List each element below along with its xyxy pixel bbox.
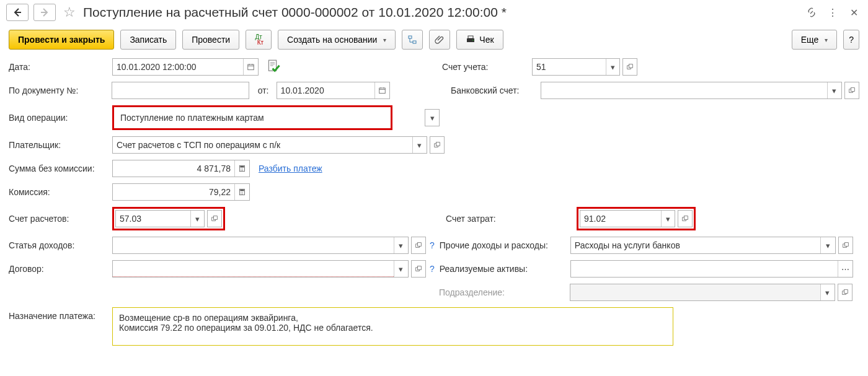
- income-open-button[interactable]: [411, 237, 426, 254]
- more-button[interactable]: Еще▾: [792, 30, 838, 50]
- account-input[interactable]: [533, 59, 606, 75]
- optype-highlight: [112, 105, 392, 130]
- optype-input[interactable]: [115, 108, 389, 127]
- acct-settle-highlight: ▾: [112, 207, 225, 230]
- income-hint-button[interactable]: ?: [430, 240, 435, 250]
- other-input[interactable]: [571, 237, 821, 253]
- cost-acct-open-button[interactable]: [678, 210, 693, 227]
- docdate-label: от:: [258, 85, 277, 95]
- structure-button[interactable]: [402, 30, 423, 50]
- optype-dropdown-button[interactable]: ▾: [425, 110, 439, 126]
- date-calendar-button[interactable]: [243, 59, 258, 75]
- account-dropdown-button[interactable]: ▾: [606, 59, 619, 75]
- svg-point-18: [241, 170, 241, 171]
- contract-hint-button[interactable]: ?: [430, 264, 435, 274]
- link-icon[interactable]: [804, 4, 820, 20]
- back-button[interactable]: [6, 4, 29, 21]
- ellipsis-icon: ⋯: [841, 265, 849, 274]
- cost-acct-label: Счет затрат:: [446, 214, 577, 224]
- date-label: Дата:: [9, 62, 112, 72]
- help-button[interactable]: ?: [843, 30, 859, 50]
- split-payment-link[interactable]: Разбить платеж: [259, 164, 322, 173]
- purpose-textarea[interactable]: Возмещение ср-в по операциям эквайринга,…: [112, 307, 673, 346]
- open-icon: [211, 216, 218, 222]
- open-icon: [434, 142, 440, 148]
- dept-open-button[interactable]: [838, 284, 852, 301]
- date-input[interactable]: [113, 59, 243, 75]
- sum-input[interactable]: [113, 160, 234, 177]
- attachment-button[interactable]: [429, 30, 450, 50]
- create-based-on-button[interactable]: Создать на основании▾: [278, 30, 396, 50]
- svg-rect-15: [240, 166, 244, 167]
- income-input[interactable]: [113, 237, 394, 253]
- acct-settle-input[interactable]: [116, 211, 190, 227]
- assets-more-button[interactable]: ⋯: [838, 261, 852, 277]
- payer-input[interactable]: [113, 137, 412, 153]
- income-dropdown-button[interactable]: ▾: [394, 237, 408, 253]
- docnum-input[interactable]: [112, 82, 249, 99]
- other-open-button[interactable]: [838, 237, 853, 254]
- forward-button[interactable]: [33, 4, 56, 21]
- svg-rect-0: [409, 36, 412, 38]
- other-dropdown-button[interactable]: ▾: [820, 237, 835, 253]
- sum-calc-button[interactable]: [234, 160, 249, 177]
- post-and-close-button[interactable]: Провести и закрыть: [9, 30, 114, 50]
- contract-dropdown-button[interactable]: ▾: [394, 261, 408, 277]
- payer-dropdown-button[interactable]: ▾: [412, 137, 427, 153]
- svg-rect-1: [413, 41, 416, 43]
- commission-input[interactable]: [113, 184, 234, 200]
- svg-rect-21: [240, 190, 244, 191]
- commission-calc-button[interactable]: [234, 184, 249, 200]
- dtkt-button[interactable]: Дт Кт: [246, 30, 272, 50]
- post-button[interactable]: Провести: [182, 30, 239, 50]
- income-label: Статья доходов:: [9, 240, 112, 250]
- purpose-line-2: Комиссия 79.22 по операциям за 09.01.20,…: [119, 323, 666, 333]
- calculator-icon: [239, 188, 246, 196]
- chevron-down-icon: ▾: [399, 265, 403, 274]
- kebab-menu-icon[interactable]: ⋮: [825, 4, 841, 20]
- page-title: Поступление на расчетный счет 0000-00000…: [83, 5, 507, 20]
- docdate-input[interactable]: [277, 82, 374, 98]
- acct-settle-dropdown-button[interactable]: ▾: [190, 211, 204, 227]
- cost-acct-input[interactable]: [580, 211, 661, 227]
- contract-input[interactable]: [113, 261, 394, 277]
- docnum-label: По документу №:: [9, 85, 112, 95]
- payer-open-button[interactable]: [430, 136, 445, 154]
- svg-point-25: [242, 194, 243, 195]
- svg-point-24: [241, 194, 241, 195]
- svg-rect-29: [684, 216, 688, 220]
- svg-point-17: [242, 168, 243, 169]
- bankacct-dropdown-button[interactable]: ▾: [827, 82, 841, 98]
- check-button[interactable]: Чек: [456, 30, 503, 50]
- docdate-calendar-button[interactable]: [374, 82, 389, 98]
- svg-point-22: [241, 192, 241, 193]
- assets-input[interactable]: [571, 261, 838, 277]
- chevron-down-icon: ▾: [666, 214, 670, 224]
- arrow-right-icon: [40, 7, 50, 17]
- close-icon[interactable]: ✕: [846, 4, 862, 20]
- dtkt-icon: Дт Кт: [251, 33, 266, 46]
- favorite-star-icon[interactable]: ☆: [63, 4, 76, 20]
- dept-input: [570, 284, 820, 300]
- account-open-button[interactable]: [622, 58, 637, 76]
- dept-dropdown-button[interactable]: ▾: [820, 284, 835, 300]
- svg-rect-31: [418, 243, 422, 247]
- open-icon: [843, 242, 849, 248]
- bankacct-input[interactable]: [541, 82, 827, 98]
- calculator-icon: [239, 164, 246, 173]
- open-icon: [415, 266, 422, 272]
- write-button[interactable]: Записать: [120, 30, 176, 50]
- contract-label: Договор:: [9, 264, 112, 274]
- open-icon: [849, 87, 855, 94]
- other-label: Прочие доходы и расходы:: [440, 240, 570, 250]
- chevron-down-icon: ▾: [825, 37, 828, 43]
- svg-rect-35: [418, 266, 422, 270]
- svg-rect-8: [629, 64, 633, 68]
- chevron-down-icon: ▾: [430, 113, 435, 123]
- dept-label: Подразделение:: [439, 287, 570, 297]
- cost-acct-dropdown-button[interactable]: ▾: [661, 211, 675, 227]
- bankacct-open-button[interactable]: [844, 82, 859, 99]
- contract-open-button[interactable]: [411, 260, 426, 278]
- acct-settle-open-button[interactable]: [207, 210, 222, 227]
- svg-point-4: [472, 40, 474, 41]
